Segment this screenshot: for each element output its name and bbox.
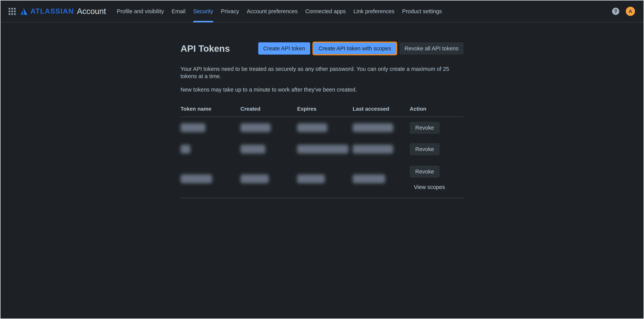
app-switcher-button[interactable] [8, 7, 17, 16]
redacted-value [180, 145, 190, 154]
redacted-value [240, 145, 265, 154]
brand-wordmark: ATLASSIAN [30, 7, 74, 15]
redacted-value [353, 145, 393, 154]
top-navigation-bar: ATLASSIAN Account Profile and visibility… [0, 0, 644, 22]
redacted-value [353, 174, 385, 183]
revoke-all-api-tokens-button[interactable]: Revoke all API tokens [400, 42, 464, 54]
table-cell [180, 174, 240, 183]
column-header-expires: Expires [297, 106, 353, 116]
table-cell [180, 123, 240, 132]
table-cell [353, 145, 410, 154]
api-tokens-content: API Tokens Create API token Create API t… [180, 42, 464, 198]
revoke-button[interactable]: Revoke [410, 143, 440, 155]
table-header-row: Token name Created Expires Last accessed… [180, 106, 464, 117]
nav-item-connected-apps[interactable]: Connected apps [305, 0, 346, 22]
nav-item-link-preferences[interactable]: Link preferences [354, 0, 394, 22]
grid-icon [8, 8, 16, 15]
account-nav: Profile and visibilityEmailSecurityPriva… [117, 0, 442, 22]
table-cell [297, 123, 353, 132]
avatar[interactable]: A [626, 7, 635, 16]
page-title: API Tokens [180, 43, 230, 54]
redacted-value [297, 123, 327, 132]
nav-item-security[interactable]: Security [193, 0, 213, 22]
action-cell: Revoke [410, 122, 464, 134]
view-scopes-link[interactable]: View scopes [414, 184, 445, 190]
table-cell [297, 174, 353, 183]
column-header-token-name: Token name [180, 106, 240, 116]
redacted-value [240, 123, 271, 132]
table-cell [180, 145, 240, 154]
nav-item-product-settings[interactable]: Product settings [402, 0, 442, 22]
atlassian-logo-link[interactable]: ATLASSIAN Account [20, 7, 106, 16]
create-api-token-button[interactable]: Create API token [258, 42, 310, 54]
brand-product-name: Account [77, 7, 106, 16]
help-button[interactable]: ? [612, 8, 619, 15]
table-row: Revoke [180, 117, 464, 138]
table-body: RevokeRevokeRevokeView scopes [180, 117, 464, 198]
column-header-last-accessed: Last accessed [353, 106, 410, 116]
token-actions: Create API token Create API token with s… [258, 42, 464, 55]
table-row: Revoke [180, 138, 464, 160]
nav-item-email[interactable]: Email [172, 0, 186, 22]
action-cell: Revoke [410, 143, 464, 155]
question-mark-icon: ? [614, 8, 617, 14]
api-tokens-table: Token name Created Expires Last accessed… [180, 106, 464, 198]
table-row: RevokeView scopes [180, 160, 464, 198]
table-cell [240, 174, 297, 183]
intro-paragraph-2: New tokens may take up to a minute to wo… [180, 86, 454, 93]
create-api-token-with-scopes-button[interactable]: Create API token with scopes [312, 42, 397, 55]
redacted-value [180, 123, 206, 132]
redacted-value [297, 174, 325, 183]
revoke-button[interactable]: Revoke [410, 166, 440, 178]
table-cell [353, 123, 410, 132]
intro-text: Your API tokens need to be treated as se… [180, 65, 464, 93]
redacted-value [297, 145, 348, 154]
column-header-created: Created [240, 106, 297, 116]
nav-item-account-preferences[interactable]: Account preferences [247, 0, 298, 22]
redacted-value [240, 174, 269, 183]
column-header-action: Action [410, 106, 464, 116]
table-cell [297, 145, 353, 154]
nav-item-profile-and-visibility[interactable]: Profile and visibility [117, 0, 164, 22]
table-cell [353, 174, 410, 183]
revoke-button[interactable]: Revoke [410, 122, 440, 134]
action-cell: RevokeView scopes [410, 160, 464, 198]
topbar-actions: ? A [612, 7, 635, 16]
table-cell [240, 123, 297, 132]
table-cell [240, 145, 297, 154]
atlassian-triangle-icon [20, 7, 28, 15]
nav-item-privacy[interactable]: Privacy [221, 0, 239, 22]
avatar-initial: A [629, 8, 632, 14]
redacted-value [180, 174, 212, 183]
intro-paragraph-1: Your API tokens need to be treated as se… [180, 65, 454, 80]
atlassian-account-page: ATLASSIAN Account Profile and visibility… [0, 0, 644, 319]
redacted-value [353, 123, 393, 132]
